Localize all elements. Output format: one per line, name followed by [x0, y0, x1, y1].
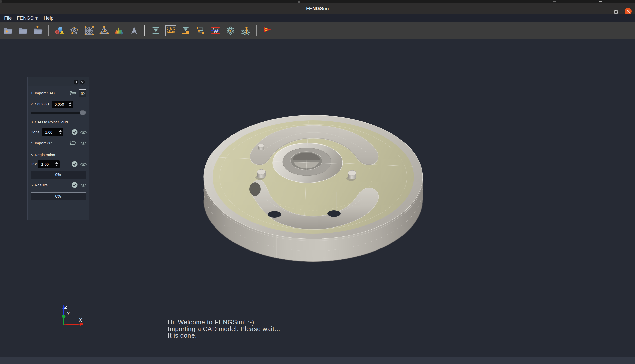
tetrahedron-button[interactable] [99, 25, 110, 36]
atom-button[interactable] [225, 25, 236, 36]
close-icon [626, 10, 630, 13]
dens-value[interactable]: 1.00 [42, 130, 58, 134]
close-button[interactable] [625, 8, 632, 15]
workflow-button[interactable] [195, 25, 206, 36]
panel-header[interactable] [28, 77, 89, 86]
measure-gdt-button[interactable] [165, 25, 176, 36]
new-project-button[interactable] [2, 25, 13, 36]
results-progress-bar: 0% [31, 192, 86, 200]
import-file-icon [33, 26, 43, 36]
axis-z-label: Z [64, 305, 68, 310]
step3-label: 3. CAD to Point Cloud [31, 120, 68, 124]
menu-item-file[interactable]: File [2, 14, 14, 22]
axis-y-label: Y [67, 311, 70, 316]
printer-3d-icon [151, 26, 161, 36]
tray-fragment [553, 1, 556, 2]
registration-run-button[interactable] [71, 161, 78, 167]
gdt-value-spinbox[interactable]: 0.050 [52, 101, 73, 108]
status-bar [0, 357, 635, 364]
atom-icon [225, 26, 236, 36]
waves-probe-icon [240, 26, 250, 36]
import-file-button[interactable] [32, 25, 43, 36]
window-titlebar[interactable]: FENGSim [0, 3, 635, 14]
spin-down-icon[interactable] [69, 105, 71, 106]
printer-part-button[interactable] [180, 25, 191, 36]
spinner-arrows[interactable] [68, 102, 73, 106]
dens-apply-button[interactable] [71, 129, 78, 135]
us-value[interactable]: 1.00 [38, 162, 55, 166]
gdt-value[interactable]: 0.050 [52, 102, 68, 106]
gdt-slider-handle[interactable] [80, 110, 86, 115]
results-view-button[interactable] [80, 183, 87, 187]
spin-up-icon[interactable] [69, 102, 71, 104]
menu-item-fengsim[interactable]: FENGSim [14, 14, 41, 22]
registration-progress-bar: 0% [31, 171, 86, 179]
results-run-button[interactable] [71, 181, 78, 188]
mesh-grid-button[interactable] [84, 25, 95, 36]
spin-down-icon[interactable] [55, 165, 58, 166]
molecule-button[interactable] [69, 25, 80, 36]
restore-button[interactable] [614, 9, 619, 14]
signal-wave-icon [210, 26, 221, 36]
us-spinbox[interactable]: 1.00 [38, 160, 60, 168]
collapse-back-button[interactable] [74, 80, 79, 85]
step1-label: 1. Import CAD [31, 91, 55, 95]
import-pc-folder-button[interactable] [70, 140, 76, 146]
new-project-icon [3, 26, 13, 36]
open-project-button[interactable] [17, 25, 28, 36]
eye-active-icon [79, 91, 86, 95]
model-center-boss [273, 143, 343, 183]
printer-part-icon [181, 26, 191, 36]
workflow-icon [196, 26, 206, 36]
gdt-slider-track[interactable] [31, 112, 86, 114]
tray-fragment [599, 1, 602, 2]
toolbar [0, 22, 635, 39]
axis-x-label: X [79, 317, 82, 323]
spin-down-icon[interactable] [59, 133, 62, 134]
console-line: Importing a CAD model. Please wait... [168, 326, 280, 332]
import-cad-folder-button[interactable] [70, 90, 76, 96]
geometry-icon [54, 26, 65, 36]
flag-logo-button[interactable] [262, 25, 273, 36]
step6-label: 6. Results [31, 183, 48, 187]
toolbar-separator [48, 25, 49, 36]
dens-view-button[interactable] [80, 130, 87, 135]
cursor-arrow-icon [129, 26, 139, 36]
waves-probe-button[interactable] [240, 25, 251, 36]
spin-up-icon[interactable] [59, 130, 62, 132]
results-progress-value: 0% [55, 194, 61, 198]
system-top-bar [0, 0, 635, 3]
workflow-panel: 1. Import CAD 2. Set GDT 0.050 [27, 77, 89, 220]
flag-logo-icon [262, 26, 272, 36]
console-line: It is done. [168, 332, 280, 339]
dens-label: Dens: [31, 130, 40, 134]
geometry-button[interactable] [54, 25, 65, 36]
step4-label: 4. Import PC [31, 141, 52, 145]
measure-gdt-icon [166, 26, 176, 36]
import-pc-view-button[interactable] [80, 141, 87, 145]
spin-up-icon[interactable] [55, 162, 58, 164]
spinner-arrows[interactable] [55, 162, 60, 166]
spinner-arrows[interactable] [58, 130, 64, 134]
molecule-icon [69, 26, 79, 36]
surface-plot-button[interactable] [114, 25, 125, 36]
surface-plot-icon [114, 26, 124, 36]
printer-3d-button[interactable] [150, 25, 161, 36]
console-line: Hi, Welcome to FENGSim! :-) [168, 319, 280, 326]
cursor-arrow-button[interactable] [129, 25, 140, 36]
mesh-grid-icon [84, 26, 94, 36]
step2-label: 2. Set GDT [31, 102, 50, 106]
us-label: US: [31, 162, 37, 166]
signal-wave-button[interactable] [210, 25, 221, 36]
toolbar-separator [144, 25, 145, 36]
registration-view-button[interactable] [80, 162, 87, 167]
menu-item-help[interactable]: Help [41, 14, 56, 22]
dens-spinbox[interactable]: 1.00 [42, 128, 64, 136]
cad-model [0, 39, 635, 357]
viewport-3d[interactable]: Z Y X Hi, Welcome to FENGSim! :-) Import… [0, 39, 635, 357]
import-cad-view-button[interactable] [79, 89, 86, 97]
model-pin [258, 144, 264, 150]
fengsim-window: FENGSim File FENGSim Help [0, 0, 635, 364]
panel-close-button[interactable] [80, 80, 85, 85]
minimize-button[interactable] [603, 12, 607, 12]
